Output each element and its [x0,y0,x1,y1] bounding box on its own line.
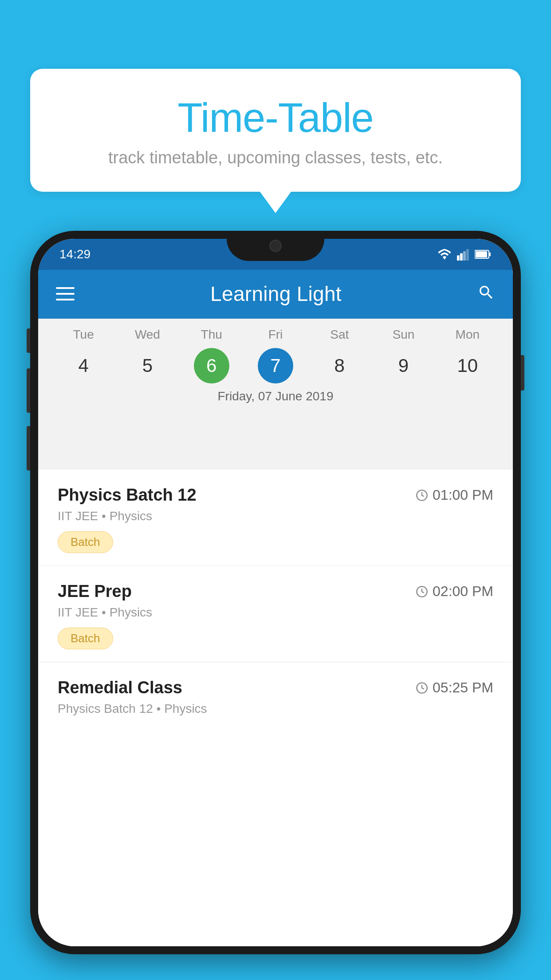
schedule-item-2[interactable]: JEE Prep 02:00 PM IIT JEE • Physics Batc… [38,566,513,662]
bubble-subtitle: track timetable, upcoming classes, tests… [66,148,485,167]
clock-icon-3 [416,682,428,694]
schedule-item-2-time: 02:00 PM [416,583,493,600]
volume-up-button [27,328,30,353]
day-name-fri: Fri [268,328,283,342]
silent-button [27,426,30,470]
day-col-sun[interactable]: Sun 9 [386,328,421,383]
day-name-tue: Tue [73,328,94,342]
phone-screen: 14:29 [38,239,513,946]
day-name-mon: Mon [456,328,480,342]
svg-rect-0 [457,255,460,261]
schedule-item-3-title: Remedial Class [58,678,182,697]
app-bar: Learning Light [38,269,513,319]
speech-bubble-wrapper: Time-Table track timetable, upcoming cla… [30,69,521,192]
day-num-wed: 5 [130,348,165,383]
svg-rect-6 [476,251,487,257]
schedule-item-1-header: Physics Batch 12 01:00 PM [58,486,493,505]
svg-rect-3 [466,249,469,261]
schedule-item-1-meta: IIT JEE • Physics [58,509,493,523]
day-num-sat: 8 [322,348,357,383]
bubble-title: Time-Table [66,95,485,140]
day-col-wed[interactable]: Wed 5 [130,328,165,383]
speech-bubble: Time-Table track timetable, upcoming cla… [30,69,521,192]
menu-button[interactable] [56,287,75,300]
status-icons [437,248,492,261]
day-name-sat: Sat [330,328,349,342]
day-col-mon[interactable]: Mon 10 [450,328,485,383]
clock-icon-1 [416,489,428,502]
schedule-item-2-title: JEE Prep [58,582,132,601]
app-title: Learning Light [210,282,342,306]
clock-icon-2 [416,585,428,598]
schedule-item-1[interactable]: Physics Batch 12 01:00 PM IIT JEE • Phys… [38,470,513,566]
volume-down-button [27,368,30,413]
day-name-sun: Sun [393,328,415,342]
day-col-tue[interactable]: Tue 4 [66,328,101,383]
signal-icon [457,248,469,261]
power-button [521,355,524,391]
day-num-tue: 4 [66,348,101,383]
day-name-wed: Wed [135,328,160,342]
batch-badge-2: Batch [58,628,113,649]
schedule-item-2-meta: IIT JEE • Physics [58,605,493,620]
phone-frame-wrapper: 14:29 [30,231,521,980]
schedule-list: Physics Batch 12 01:00 PM IIT JEE • Phys… [38,470,513,946]
schedule-item-3-time: 05:25 PM [416,680,493,696]
day-col-thu[interactable]: Thu 6 [194,328,229,383]
front-camera [269,240,282,252]
day-num-fri: 7 [258,348,293,383]
status-time: 14:29 [59,247,91,261]
schedule-item-1-title: Physics Batch 12 [58,486,197,505]
week-days-row: Tue 4 Wed 5 Thu 6 Fri 7 [38,318,513,386]
selected-date-label: Friday, 07 June 2019 [38,386,513,409]
day-num-thu: 6 [194,348,229,383]
schedule-item-3-header: Remedial Class 05:25 PM [58,678,493,697]
day-col-fri[interactable]: Fri 7 [258,328,293,383]
schedule-item-3-meta: Physics Batch 12 • Physics [58,702,493,716]
schedule-item-1-time: 01:00 PM [416,487,493,503]
day-num-mon: 10 [450,348,485,383]
search-button[interactable] [477,284,495,304]
svg-rect-5 [489,253,491,256]
day-col-sat[interactable]: Sat 8 [322,328,357,383]
svg-rect-1 [460,253,463,261]
day-name-thu: Thu [201,328,222,342]
schedule-item-3[interactable]: Remedial Class 05:25 PM Physics Batch 12… [38,662,513,736]
batch-badge-1: Batch [58,531,113,553]
schedule-item-2-header: JEE Prep 02:00 PM [58,582,493,601]
wifi-icon [437,248,452,261]
phone-frame: 14:29 [30,231,521,954]
day-num-sun: 9 [386,348,421,383]
battery-icon [475,249,492,260]
svg-rect-2 [463,251,466,261]
phone-notch [227,231,324,261]
calendar-section: Tue 4 Wed 5 Thu 6 Fri 7 [38,318,513,471]
